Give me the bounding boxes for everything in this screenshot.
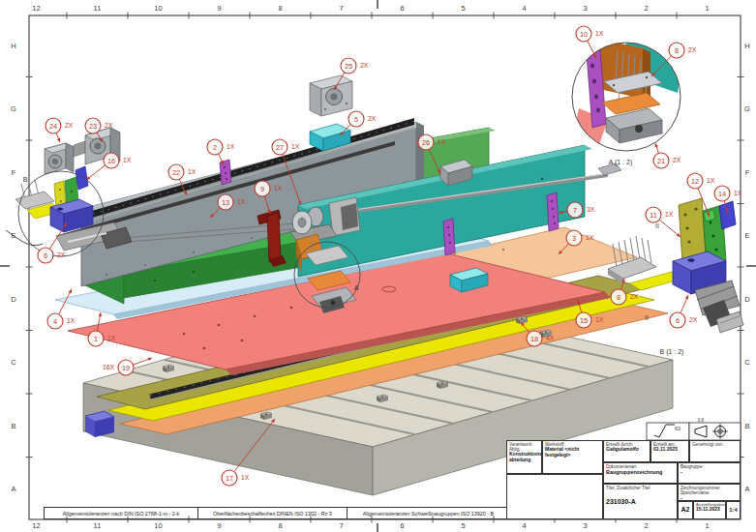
svg-text:21: 21	[657, 157, 665, 165]
balloon-qty-16: 1X	[123, 157, 132, 163]
grid-col-11: 11	[94, 521, 102, 530]
grid-col-4: 4	[522, 521, 526, 530]
titel-label: Titel, Zusätzlicher Titel	[604, 485, 677, 490]
grid-row-F: F	[745, 167, 750, 176]
svg-text:11: 11	[650, 211, 657, 220]
svg-text:17: 17	[226, 474, 233, 483]
balloon-qty-27: 1X	[291, 143, 300, 150]
svg-text:16: 16	[107, 157, 115, 165]
balloon-qty-11: 1X	[665, 211, 674, 218]
svg-text:4: 4	[53, 317, 57, 326]
grid-row-H: H	[11, 41, 15, 49]
parallel-mark-1: II	[655, 222, 659, 229]
projection-value: 0,8	[698, 418, 704, 423]
svg-text:25: 25	[345, 62, 352, 71]
note-general-tolerances: Allgemeintoleranzen nach DIN ISO 2768-1-…	[44, 507, 197, 519]
svg-text:8: 8	[617, 293, 620, 302]
grid-row-B: B	[744, 421, 749, 429]
detail-b-marker: B	[23, 176, 28, 183]
balloon-qty-19: 16X	[103, 364, 115, 370]
balloon-qty-8: 2X	[688, 46, 697, 53]
svg-text:3: 3	[572, 234, 576, 243]
balloon-6: 62X	[670, 295, 698, 328]
grid-col-7: 7	[339, 4, 343, 13]
part-gearbox-top	[310, 75, 352, 116]
werkstoff-value: Material <nicht festgelegt>	[543, 447, 602, 458]
svg-text:6: 6	[44, 251, 47, 260]
grid-row-A: A	[744, 485, 749, 493]
svg-text:22: 22	[172, 168, 180, 177]
balloon-qty-26: 1X	[438, 138, 446, 145]
dokumentenart-value: Baugruppenzeichnung	[604, 469, 677, 475]
grid-row-G: G	[744, 104, 750, 113]
zeichnungsnummer-label: Zeichnungsnummer, Speichername	[679, 485, 740, 495]
title-block-empty-cell	[506, 474, 603, 519]
grid-col-1: 1	[705, 4, 709, 13]
balloon-qty-10: 1X	[595, 30, 604, 37]
detail-a-marker: A	[354, 284, 359, 291]
grid-row-F: F	[12, 167, 16, 176]
note-weld: Allgemeintoleranzen Schweißnaugruppen IS…	[347, 507, 510, 519]
erstellt-durch-value: Gabgulamoffo	[604, 447, 650, 453]
balloon-qty-13: 1X	[237, 198, 246, 205]
balloon-qty-25: 2X	[360, 62, 369, 69]
parallel-mark-2: II	[645, 314, 649, 321]
svg-text:6: 6	[676, 316, 680, 325]
svg-text:7: 7	[573, 206, 577, 215]
svg-text:15: 15	[580, 316, 588, 325]
balloon-qty-6: 2X	[689, 316, 698, 323]
balloon-qty-8: 2X	[630, 293, 639, 300]
surface-symbol	[647, 423, 689, 440]
svg-text:12: 12	[691, 177, 699, 186]
grid-col-12: 12	[32, 4, 40, 13]
grid-col-8: 8	[278, 4, 282, 13]
erstellt-am-value: 02.11.2023	[651, 447, 688, 453]
grid-col-5: 5	[461, 4, 465, 13]
svg-text:1: 1	[94, 335, 98, 343]
grid-col-2: 2	[644, 521, 648, 530]
grid-row-A: A	[11, 485, 15, 493]
grid-row-C: C	[744, 358, 749, 367]
sheet-format: A2	[679, 502, 692, 518]
grid-col-5: 5	[461, 521, 465, 530]
svg-text:9: 9	[260, 185, 264, 193]
grid-col-7: 7	[339, 521, 343, 530]
grid-col-10: 10	[154, 521, 162, 530]
grid-row-G: G	[11, 104, 16, 113]
grid-row-B: B	[11, 421, 15, 429]
svg-text:27: 27	[276, 143, 284, 152]
projection-symbol	[689, 423, 741, 440]
balloon-qty-1: 1X	[107, 335, 116, 341]
note-surface: Oberflächenbeschaffenheit DINEN ISO 1302…	[197, 507, 347, 519]
svg-text:10: 10	[580, 30, 588, 39]
balloon-qty-18: 4X	[546, 335, 555, 341]
svg-text:23: 23	[89, 122, 97, 131]
svg-text:19: 19	[122, 364, 130, 372]
part-purple-bar-7a	[547, 192, 559, 231]
grid-row-H: H	[744, 41, 749, 49]
drawing-sheet: 11X21X31X41X52X62X62X73X82X82X91X101X111…	[0, 0, 756, 532]
grid-row-E: E	[11, 231, 15, 240]
balloon-qty-14: 1X	[734, 190, 742, 196]
grid-col-2: 2	[644, 4, 648, 13]
balloon-11: 111X	[646, 207, 680, 237]
roughness-value: 63	[675, 426, 680, 431]
svg-text:5: 5	[354, 115, 358, 124]
grid-col-11: 11	[94, 4, 102, 13]
genehmigt-label: Genehmigt von:	[690, 441, 740, 447]
balloon-qty-9: 1X	[274, 185, 283, 192]
grid-row-D: D	[744, 294, 749, 303]
grid-col-10: 10	[154, 4, 162, 13]
part-purple-bar-7b	[443, 219, 455, 255]
baugruppe-value: -	[679, 469, 740, 476]
titel-value: 231030-A	[604, 498, 677, 506]
grid-col-6: 6	[400, 521, 404, 530]
grid-col-9: 9	[217, 521, 221, 530]
balloon-qty-23: 2X	[105, 122, 113, 129]
balloon-24: 242X	[45, 118, 74, 142]
balloon-qty-5: 2X	[368, 115, 377, 122]
balloon-qty-21: 2X	[673, 157, 681, 163]
balloon-qty-17: 1X	[241, 474, 250, 481]
grid-row-E: E	[744, 231, 749, 240]
grid-col-1: 1	[705, 521, 709, 530]
